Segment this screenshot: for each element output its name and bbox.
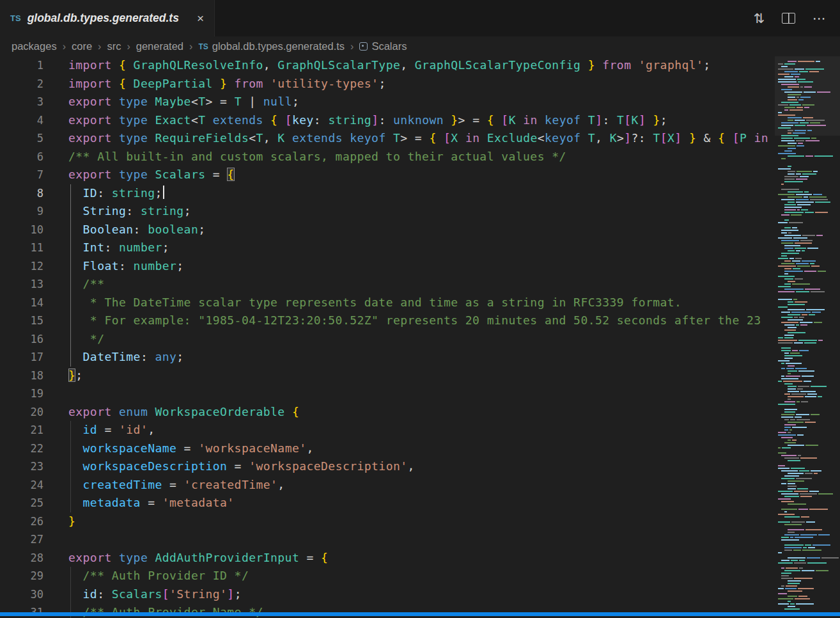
code-line[interactable]: 17 DateTime: any;	[0, 348, 840, 367]
line-number[interactable]: 7	[0, 166, 43, 184]
line-number[interactable]: 15	[0, 312, 43, 330]
code-line[interactable]: 5export type RequireFields<T, K extends …	[0, 129, 840, 148]
editor-actions: ⇅ ⋯	[753, 0, 840, 36]
status-progress-bar	[0, 612, 840, 616]
code-line[interactable]: 21 id = 'id',	[0, 421, 840, 440]
code-line[interactable]: 20export enum WorkspaceOrderable {	[0, 403, 840, 422]
line-text: workspaceName = 'workspaceName',	[68, 440, 840, 458]
chevron-right-icon: ›	[98, 41, 101, 52]
code-line[interactable]: 3export type Maybe<T> = T | null;	[0, 93, 840, 111]
breadcrumb: packages›core›src›generated›TSglobal.db.…	[0, 36, 840, 56]
line-number[interactable]: 4	[0, 111, 43, 130]
line-number[interactable]: 14	[0, 294, 43, 312]
line-text: /** Auth Provider ID */	[68, 567, 840, 585]
code-line[interactable]: 2import { DeepPartial } from 'utility-ty…	[0, 75, 840, 93]
code-line[interactable]: 26}	[0, 512, 840, 531]
code-line[interactable]: 23 workspaceDescription = 'workspaceDesc…	[0, 457, 840, 476]
line-number[interactable]: 6	[0, 148, 43, 166]
line-number[interactable]: 30	[0, 585, 43, 604]
line-number[interactable]: 21	[0, 421, 43, 440]
line-text: };	[68, 367, 840, 385]
line-number[interactable]: 26	[0, 512, 43, 531]
line-number[interactable]: 1	[0, 56, 43, 75]
line-number[interactable]: 24	[0, 476, 43, 495]
code-line[interactable]: 11 Int: number;	[0, 239, 840, 257]
breadcrumb-item[interactable]: generated	[136, 40, 183, 52]
indent-guide	[70, 421, 71, 440]
code-line[interactable]: 6/** All built-in and custom scalars, ma…	[0, 148, 840, 166]
code-line[interactable]: 28export type AddAuthProviderInput = {	[0, 549, 840, 567]
breadcrumb-item[interactable]: Scalars	[359, 40, 407, 52]
close-tab-icon[interactable]: ×	[197, 12, 204, 24]
tab-global-db-types-generated[interactable]: TS global.db.types.generated.ts ×	[0, 0, 215, 36]
breadcrumb-item[interactable]: src	[107, 40, 121, 52]
code-line[interactable]: 14 * The DateTime scalar type represents…	[0, 294, 840, 312]
more-actions-icon[interactable]: ⋯	[813, 12, 826, 25]
line-number[interactable]: 20	[0, 403, 43, 422]
minimap[interactable]	[775, 56, 840, 618]
code-line[interactable]: 7export type Scalars = {	[0, 166, 840, 184]
line-text: export type Scalars = {	[68, 166, 840, 184]
breadcrumb-item[interactable]: core	[72, 40, 92, 52]
line-number[interactable]: 16	[0, 330, 43, 349]
line-text: */	[68, 330, 840, 349]
line-number[interactable]: 23	[0, 457, 43, 476]
code-line[interactable]: 30 id: Scalars['String'];	[0, 585, 840, 604]
code-line[interactable]: 24 createdTime = 'createdTime',	[0, 476, 840, 495]
line-text: * The DateTime scalar type represents da…	[68, 294, 840, 312]
code-line[interactable]: 29 /** Auth Provider ID */	[0, 567, 840, 585]
code-line[interactable]: 1import { GraphQLResolveInfo, GraphQLSca…	[0, 56, 840, 75]
typescript-file-icon: TS	[10, 13, 21, 23]
line-number[interactable]: 13	[0, 275, 43, 294]
code-line[interactable]: 27	[0, 530, 840, 549]
code-area: 1import { GraphQLResolveInfo, GraphQLSca…	[0, 56, 840, 618]
split-editor-icon[interactable]	[782, 13, 795, 24]
code-line[interactable]: 18};	[0, 367, 840, 385]
cursor	[163, 186, 164, 199]
code-line[interactable]: 9 String: string;	[0, 202, 840, 221]
line-text: export type Maybe<T> = T | null;	[68, 93, 840, 111]
line-number[interactable]: 10	[0, 221, 43, 239]
indent-guide	[70, 221, 71, 239]
line-number[interactable]: 19	[0, 384, 43, 403]
line-text	[68, 530, 840, 549]
line-number[interactable]: 27	[0, 530, 43, 549]
code-line[interactable]: 15 * For example: "1985-04-12T23:20:50.5…	[0, 312, 840, 330]
line-number[interactable]: 17	[0, 348, 43, 367]
code-line[interactable]: 4export type Exact<T extends { [key: str…	[0, 111, 840, 130]
line-text: }	[68, 512, 840, 531]
line-number[interactable]: 11	[0, 239, 43, 257]
line-number[interactable]: 25	[0, 494, 43, 512]
line-text: metadata = 'metadata'	[68, 494, 840, 512]
chevron-right-icon: ›	[63, 41, 66, 52]
code-line[interactable]: 12 Float: number;	[0, 257, 840, 276]
line-text: import { DeepPartial } from 'utility-typ…	[68, 75, 840, 93]
code-line[interactable]: 10 Boolean: boolean;	[0, 221, 840, 239]
breadcrumb-item[interactable]: packages	[12, 40, 57, 52]
breadcrumb-label: global.db.types.generated.ts	[212, 40, 345, 52]
code-line[interactable]: 8 ID: string;	[0, 184, 840, 203]
line-number[interactable]: 3	[0, 93, 43, 111]
line-number[interactable]: 28	[0, 549, 43, 567]
line-number[interactable]: 8	[0, 184, 43, 203]
indent-guide	[70, 476, 71, 495]
indent-guide	[70, 312, 71, 330]
line-number[interactable]: 5	[0, 129, 43, 148]
code-line[interactable]: 13 /**	[0, 275, 840, 294]
code-line[interactable]: 22 workspaceName = 'workspaceName',	[0, 440, 840, 458]
line-number[interactable]: 29	[0, 567, 43, 585]
indent-guide	[70, 457, 71, 476]
tab-title: global.db.types.generated.ts	[27, 12, 179, 25]
code-line[interactable]: 25 metadata = 'metadata'	[0, 494, 840, 512]
line-text: Float: number;	[68, 257, 840, 276]
line-number[interactable]: 12	[0, 257, 43, 276]
breadcrumb-item[interactable]: TSglobal.db.types.generated.ts	[198, 40, 345, 52]
line-number[interactable]: 9	[0, 202, 43, 221]
line-number[interactable]: 18	[0, 367, 43, 385]
code-line[interactable]: 19	[0, 384, 840, 403]
open-changes-icon[interactable]: ⇅	[753, 12, 765, 25]
code-line[interactable]: 16 */	[0, 330, 840, 349]
indent-guide	[70, 585, 71, 604]
line-number[interactable]: 2	[0, 75, 43, 93]
line-number[interactable]: 22	[0, 440, 43, 458]
